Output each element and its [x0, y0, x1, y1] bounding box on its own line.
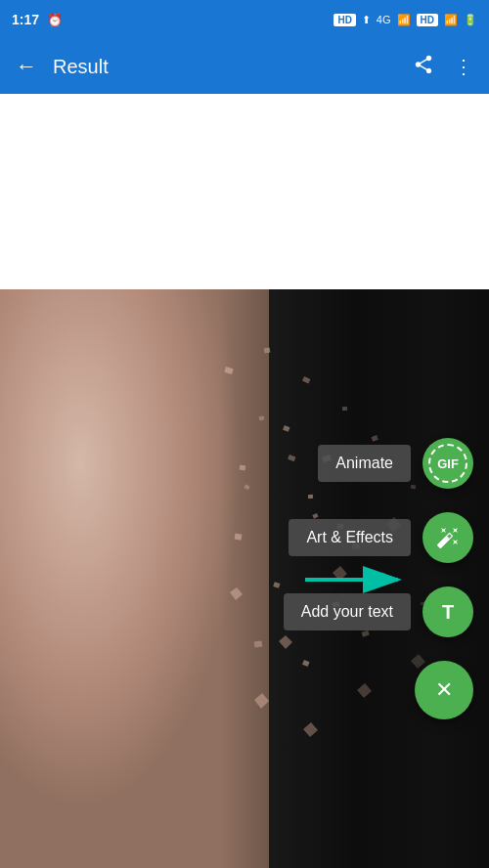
art-effects-label[interactable]: Art & Effects — [289, 519, 411, 556]
add-text-button[interactable]: T — [422, 586, 473, 637]
status-bar-left: 1:17 ⏰ — [12, 12, 63, 27]
network-badge: 4G — [377, 14, 391, 25]
battery-icon: 🔋 — [464, 14, 477, 26]
toolbar: ← Result ⋮ — [0, 39, 489, 94]
animate-button[interactable]: GIF — [422, 438, 473, 489]
fab-menu: Animate GIF Art & Effects Add your text … — [284, 289, 473, 868]
back-button[interactable]: ← — [16, 54, 37, 79]
close-fab-item: ✕ — [415, 661, 473, 719]
wand-icon — [436, 526, 460, 549]
image-area: Animate GIF Art & Effects Add your text … — [0, 289, 489, 868]
status-time: 1:17 — [12, 12, 39, 27]
toolbar-actions: ⋮ — [413, 54, 473, 80]
share-button[interactable] — [413, 54, 434, 80]
white-space — [0, 94, 489, 289]
signal-bars-2: 📶 — [444, 14, 458, 26]
add-text-fab-item: Add your text T — [284, 586, 473, 637]
add-text-label[interactable]: Add your text — [284, 593, 411, 630]
close-icon: ✕ — [435, 677, 453, 703]
page-title: Result — [53, 56, 413, 78]
signal-icon: ⬆ — [362, 14, 371, 26]
text-icon: T — [442, 601, 454, 624]
status-bar: 1:17 ⏰ HD ⬆ 4G 📶 HD 📶 🔋 — [0, 0, 489, 39]
hd1-badge: HD — [333, 14, 355, 26]
animate-label[interactable]: Animate — [318, 445, 411, 482]
art-effects-button[interactable] — [422, 512, 473, 563]
more-button[interactable]: ⋮ — [454, 55, 473, 78]
gif-icon: GIF — [428, 444, 467, 483]
animate-fab-item: Animate GIF — [318, 438, 473, 489]
status-bar-right: HD ⬆ 4G 📶 HD 📶 🔋 — [333, 14, 477, 26]
art-effects-fab-item: Art & Effects — [289, 512, 473, 563]
alarm-icon: ⏰ — [47, 13, 63, 27]
close-fab-button[interactable]: ✕ — [415, 661, 473, 719]
hd2-badge: HD — [417, 14, 438, 26]
signal-bars: 📶 — [397, 14, 411, 26]
